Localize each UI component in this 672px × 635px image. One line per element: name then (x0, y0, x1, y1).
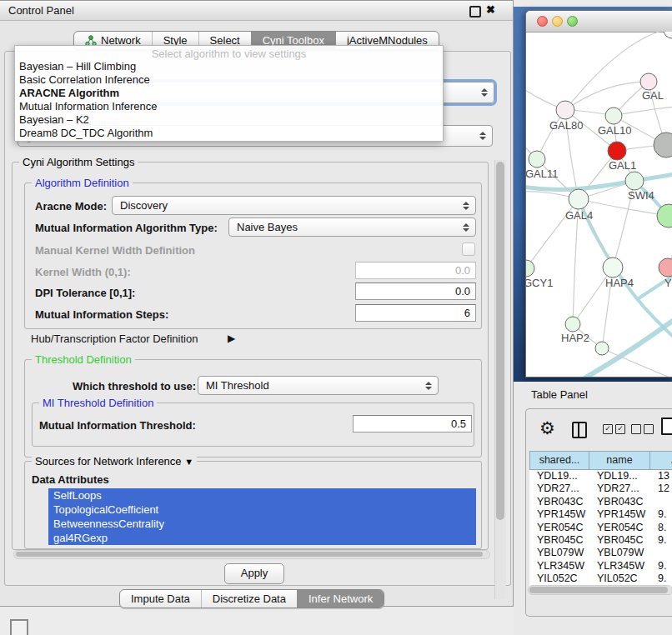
node-label: HAP2 (561, 332, 589, 344)
column-header-a[interactable]: A (650, 451, 672, 470)
zoom-traffic-light-icon[interactable] (567, 16, 578, 27)
sources-group: Sources for Network Inference ▼ Data Att… (24, 461, 482, 549)
algorithm-option-aracne-algorithm[interactable]: ARACNE Algorithm (15, 87, 443, 100)
table-row[interactable]: YPR145WYPR145W9. (529, 508, 672, 521)
hub-definition-label[interactable]: Hub/Transcription Factor Definition (31, 332, 198, 345)
apply-button[interactable]: Apply (224, 563, 284, 584)
table-row[interactable]: YDL19...YDL19...13 (529, 470, 672, 482)
node-label: GAL (642, 89, 664, 102)
kernel-width-field[interactable]: 0.0 (355, 262, 476, 279)
table-horizontal-scrollbar[interactable] (528, 585, 672, 595)
algorithm-option-dream8-dc-tdc-algorithm[interactable]: Dream8 DC_TDC Algorithm (15, 127, 443, 140)
network-node-gal80[interactable] (556, 101, 574, 119)
attribute-item-betweennesscentrality[interactable]: BetweennessCentrality (48, 517, 476, 531)
sources-title: Sources for Network Inference (35, 455, 182, 468)
table-cell: YDL19... (529, 470, 589, 482)
column-header-name[interactable]: name (589, 451, 650, 470)
aracne-mode-combo[interactable]: Discovery (112, 196, 476, 215)
table-cell (650, 547, 672, 559)
algorithm-option-mutual-information-inference[interactable]: Mutual Information Inference (15, 100, 443, 113)
aracne-mode-value: Discovery (120, 199, 168, 212)
group-title: MI Threshold Definition (39, 397, 157, 409)
which-threshold-combo[interactable]: MI Threshold (198, 376, 439, 395)
network-canvas[interactable]: GALGAL80GAL10GAL1GAL11SWI4GAL4GCY1HAP4YH… (526, 32, 672, 378)
group-title: Sources for Network Inference ▼ (32, 455, 197, 468)
scrollbar-thumb[interactable] (16, 552, 483, 557)
bottom-tab-infer-network[interactable]: Infer Network (297, 590, 384, 608)
table-cell: 9. (650, 534, 672, 547)
close-icon[interactable]: ✖ (486, 3, 495, 16)
network-node[interactable] (595, 342, 609, 355)
file-icon[interactable] (661, 418, 672, 435)
network-node-gal1[interactable] (608, 142, 626, 160)
network-node-gal11[interactable] (529, 151, 545, 168)
float-window-icon[interactable] (469, 6, 481, 18)
table-row[interactable]: YLR345WYLR345W9. (529, 560, 672, 572)
table-row[interactable]: YBR045CYBR045C9. (529, 534, 672, 547)
table-cell: YBL079W (589, 547, 650, 559)
group-title: Cyni Algorithm Settings (19, 156, 138, 168)
network-node[interactable] (654, 132, 672, 158)
dpi-tolerance-label: DPI Tolerance [0,1]: (35, 287, 135, 299)
group-title: Threshold Definition (32, 353, 135, 366)
network-node-swi4[interactable] (625, 172, 644, 190)
dropdown-placeholder: Select algorithm to view settings (15, 48, 443, 60)
dropdown-items: Bayesian – Hill ClimbingBasic Correlatio… (15, 60, 443, 140)
palette-icon[interactable] (10, 619, 28, 635)
bottom-tab-impute-data[interactable]: Impute Data (120, 590, 201, 608)
dpi-tolerance-field[interactable]: 0.0 (355, 282, 476, 300)
attribute-item-topologicalcoefficient[interactable]: TopologicalCoefficient (48, 502, 476, 517)
attribute-item-selfloops[interactable]: SelfLoops (48, 488, 476, 502)
threshold-definition-group: Threshold Definition Which threshold to … (24, 359, 482, 458)
network-node-hap4[interactable] (603, 258, 623, 278)
table-row[interactable]: YBR043CYBR043C (529, 496, 672, 508)
network-node-y[interactable] (659, 258, 672, 277)
collapse-arrow-icon[interactable]: ▼ (184, 457, 193, 467)
deselect-all-checkboxes-icon[interactable] (631, 424, 654, 434)
data-attributes-list: SelfLoopsTopologicalCoefficientBetweenne… (48, 488, 476, 545)
network-edge (565, 82, 649, 110)
network-node-gal10[interactable] (605, 108, 622, 124)
attribute-item-gal4rgexp[interactable]: gal4RGexp (48, 531, 476, 545)
algorithm-option-basic-correlation-inference[interactable]: Basic Correlation Inference (15, 73, 443, 87)
table-cell: YIL052C (589, 572, 650, 585)
scrollbar-thumb[interactable] (529, 587, 668, 593)
table-cell: YDL19... (589, 470, 650, 482)
table-row[interactable]: YER054CYER054C8. (529, 522, 672, 534)
network-window-titlebar[interactable] (526, 11, 672, 32)
network-node-hap2[interactable] (565, 317, 580, 332)
network-node[interactable] (664, 32, 672, 38)
minimize-traffic-light-icon[interactable] (552, 16, 563, 27)
node-label: SWI4 (628, 189, 654, 202)
spinner-arrows-icon (425, 382, 432, 390)
columns-icon[interactable] (572, 422, 587, 438)
bottom-tab-label: Discretize Data (213, 590, 286, 608)
network-node-gal4[interactable] (569, 189, 589, 209)
table-cell (650, 496, 672, 508)
expand-arrow-icon[interactable]: ▶ (228, 332, 235, 344)
column-header-shared[interactable]: shared... (529, 451, 589, 470)
manual-kernel-label: Manual Kernel Width Definition (35, 244, 195, 257)
mi-threshold-field[interactable]: 0.5 (353, 415, 472, 432)
table-cell: YDR27... (529, 482, 589, 495)
algorithm-option-bayesian-hill-climbing[interactable]: Bayesian – Hill Climbing (15, 60, 443, 73)
mi-type-label: Mutual Information Algorithm Type: (35, 222, 218, 234)
select-all-checkboxes-icon[interactable]: ✓✓ (603, 424, 625, 434)
network-node-gcy1[interactable] (526, 260, 534, 277)
mi-type-combo[interactable]: Naive Bayes (228, 218, 476, 237)
close-traffic-light-icon[interactable] (537, 16, 548, 27)
manual-kernel-checkbox[interactable] (462, 242, 475, 256)
settings-horizontal-scrollbar[interactable] (13, 550, 490, 559)
scrollbar-thumb[interactable] (496, 162, 504, 520)
gear-icon[interactable]: ⚙ (539, 419, 555, 437)
table-row[interactable]: YDR27...YDR27...12 (529, 482, 672, 495)
mi-steps-field[interactable]: 6 (355, 304, 476, 322)
algorithm-option-bayesian-k2[interactable]: Bayesian – K2 (15, 113, 443, 127)
node-label: GAL80 (549, 119, 583, 132)
table-row[interactable]: YBL079WYBL079W (529, 547, 672, 559)
bottom-tab-discretize-data[interactable]: Discretize Data (201, 590, 297, 608)
table-row[interactable]: YIL052CYIL052C9. (529, 572, 672, 585)
spinner-arrows-icon (479, 132, 486, 140)
network-node-gal[interactable] (640, 73, 657, 90)
settings-vertical-scrollbar[interactable] (494, 160, 506, 599)
